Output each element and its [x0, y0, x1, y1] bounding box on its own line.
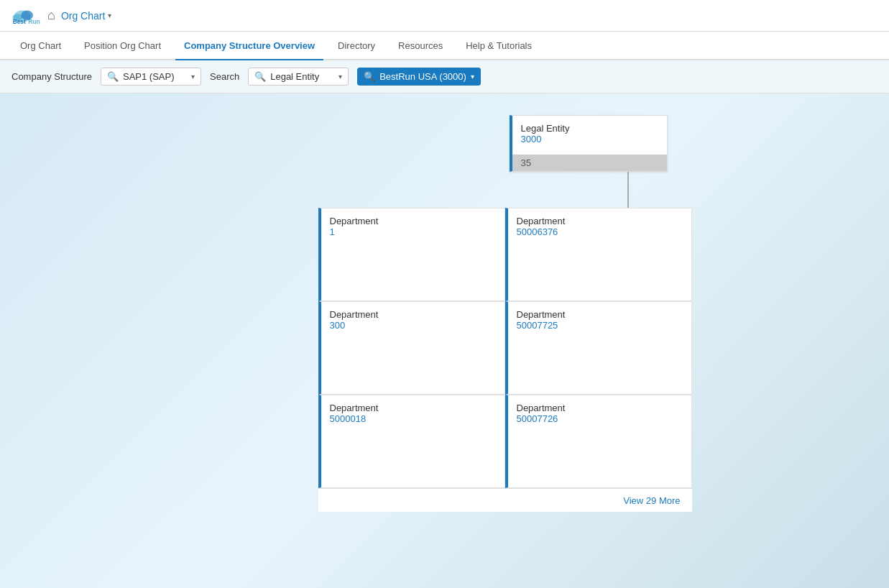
top-bar: Best Run ⌂ Org Chart ▾ — [0, 0, 889, 32]
svg-text:Run: Run — [28, 17, 40, 24]
dept-node-2[interactable]: Department 300 — [318, 301, 505, 395]
svg-text:Best: Best — [13, 17, 26, 24]
search-icon: 🔍 — [364, 71, 375, 82]
chevron-down-icon: ▾ — [108, 12, 111, 19]
root-node-type: Legal Entity — [521, 123, 658, 134]
dept-id-5: 50007726 — [517, 413, 683, 424]
search-icon: 🔍 — [107, 71, 119, 82]
nav-item-company-structure-overview[interactable]: Company Structure Overview — [175, 32, 323, 60]
company-structure-value: SAP1 (SAP) — [123, 71, 175, 82]
chevron-down-icon: ▾ — [471, 73, 474, 81]
nav-item-help-tutorials[interactable]: Help & Tutorials — [457, 32, 540, 60]
org-chart-container: Legal Entity 3000 35 Department 1 — [14, 108, 875, 512]
search-type-select[interactable]: 🔍 Legal Entity ▾ — [248, 68, 349, 86]
chevron-down-icon: ▾ — [338, 73, 342, 81]
dept-id-0: 1 — [330, 226, 496, 237]
dept-id-1: 50006376 — [517, 226, 683, 237]
nav-item-position-org-chart[interactable]: Position Org Chart — [75, 32, 170, 60]
dept-node-1[interactable]: Department 50006376 — [505, 208, 692, 301]
nav-item-org-chart[interactable]: Org Chart — [11, 32, 70, 60]
home-icon[interactable]: ⌂ — [47, 8, 55, 23]
dept-type-1: Department — [517, 216, 683, 226]
root-node-count: 35 — [521, 157, 531, 168]
bestrun-logo: Best Run — [11, 5, 47, 27]
root-node[interactable]: Legal Entity 3000 35 — [510, 115, 668, 172]
search-value-select[interactable]: 🔍 BestRun USA (3000) ▾ — [357, 68, 481, 86]
root-node-id: 3000 — [521, 134, 658, 144]
nav-bar: Org Chart Position Org Chart Company Str… — [0, 32, 889, 60]
dept-node-4[interactable]: Department 5000018 — [318, 395, 505, 488]
dept-id-4: 5000018 — [330, 413, 496, 424]
root-node-footer: 35 — [512, 155, 667, 171]
dept-type-0: Department — [330, 216, 496, 226]
nav-item-resources[interactable]: Resources — [390, 32, 451, 60]
nav-item-directory[interactable]: Directory — [329, 32, 384, 60]
dept-type-4: Department — [330, 403, 496, 413]
dept-id-2: 300 — [330, 320, 496, 331]
search-label: Search — [210, 71, 239, 82]
main-content: Legal Entity 3000 35 Department 1 — [0, 93, 889, 588]
dept-node-5[interactable]: Department 50007726 — [505, 395, 692, 488]
company-structure-select[interactable]: 🔍 SAP1 (SAP) ▾ — [101, 68, 201, 86]
filter-bar: Company Structure 🔍 SAP1 (SAP) ▾ Search … — [0, 60, 889, 93]
view-more-row: View 29 More — [318, 488, 692, 512]
search-type-value: Legal Entity — [270, 71, 319, 82]
dept-type-5: Department — [517, 403, 683, 413]
root-node-body: Legal Entity 3000 — [512, 116, 667, 155]
dept-type-2: Department — [330, 309, 496, 320]
chevron-down-icon: ▾ — [191, 73, 195, 81]
connector-line — [627, 172, 629, 208]
dept-type-3: Department — [517, 309, 683, 320]
dept-node-3[interactable]: Department 50007725 — [505, 301, 692, 395]
org-chart-dropdown[interactable]: Org Chart ▾ — [61, 10, 111, 22]
search-icon: 🔍 — [254, 71, 266, 82]
dept-node-0[interactable]: Department 1 — [318, 208, 505, 301]
children-grid: Department 1 Department 50006376 Departm… — [318, 208, 692, 488]
dept-id-3: 50007725 — [517, 320, 683, 331]
children-container: Department 1 Department 50006376 Departm… — [318, 208, 692, 512]
logo: Best Run — [11, 5, 47, 27]
company-structure-label: Company Structure — [11, 71, 92, 82]
org-chart-dropdown-label: Org Chart — [61, 10, 105, 22]
search-value: BestRun USA (3000) — [379, 71, 466, 82]
view-more-link[interactable]: View 29 More — [623, 495, 680, 506]
